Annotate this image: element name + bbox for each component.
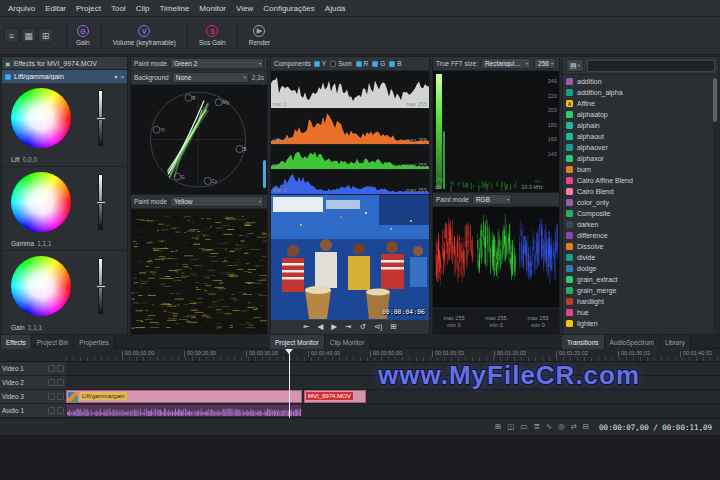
track-header-video-2[interactable]: Video 2: [0, 376, 66, 390]
composition-grain-extract[interactable]: grain_extract: [564, 274, 712, 285]
menu-configura-es[interactable]: Configurações: [258, 3, 320, 14]
clip-mvi-9974-mov[interactable]: MVI_9974.MOV: [304, 390, 366, 403]
loop-icon[interactable]: ↺: [359, 323, 365, 331]
menu-tool[interactable]: Tool: [106, 3, 131, 14]
frame-back-icon[interactable]: ◀: [318, 323, 324, 331]
track-lock-icon[interactable]: [48, 379, 55, 386]
lane-audio-1[interactable]: [66, 404, 720, 418]
parade-paint-mode-select[interactable]: RGB▾: [472, 194, 512, 205]
grid-icon[interactable]: ▦: [21, 28, 36, 43]
status-icon-7[interactable]: ⊟: [583, 423, 589, 431]
composition-hue[interactable]: hue: [564, 307, 712, 318]
search-input[interactable]: [587, 60, 715, 72]
composition-dodge[interactable]: dodge: [564, 263, 712, 274]
composition-darken[interactable]: darken: [564, 219, 712, 230]
composition-lighten[interactable]: lighten: [564, 318, 712, 329]
composition-dissolve[interactable]: Dissolve: [564, 241, 712, 252]
composition-difference[interactable]: difference: [564, 230, 712, 241]
track-hide-icon[interactable]: [57, 393, 64, 400]
checkbox-g[interactable]: [372, 61, 378, 67]
menu-clip[interactable]: Clip: [131, 3, 155, 14]
menu-project[interactable]: Project: [71, 3, 106, 14]
status-icon-5[interactable]: ◎: [558, 423, 565, 431]
track-header-video-1[interactable]: Video 1: [0, 362, 66, 376]
composition-filter-dropdown[interactable]: ▤▾: [566, 59, 584, 72]
tab-transitions[interactable]: Transitions: [562, 335, 605, 349]
component-toggle-b[interactable]: B: [389, 60, 401, 67]
scrollbar-thumb[interactable]: [713, 78, 717, 122]
track-lock-icon[interactable]: [48, 393, 55, 400]
vectorscope-background-select[interactable]: None▾: [172, 72, 249, 83]
menu-ajuda[interactable]: Ajuda: [320, 3, 350, 14]
checkbox-r[interactable]: [356, 61, 362, 67]
track-hide-icon[interactable]: [57, 407, 64, 414]
vectorscope-paint-mode-select[interactable]: Green 2▾: [170, 58, 264, 69]
fft-size-select[interactable]: 256▾: [534, 58, 556, 69]
color-wheel-gamma[interactable]: [11, 172, 71, 232]
waveform-paint-mode-select[interactable]: Yellow▾: [170, 196, 264, 207]
lane-video-3[interactable]: Lift/gamma/gainMVI_9974.MOV: [66, 390, 720, 404]
wheel-slider[interactable]: [98, 174, 103, 230]
tab-clip-monitor[interactable]: Clip Monitor: [325, 335, 371, 349]
color-wheel-gain[interactable]: [11, 256, 71, 316]
track-lock-icon[interactable]: [48, 365, 55, 372]
scrollbar-track[interactable]: [713, 76, 717, 333]
effect-enabled-checkbox[interactable]: [5, 74, 11, 80]
collapse-icon[interactable]: ▾: [114, 73, 117, 80]
component-toggle-sum[interactable]: Sum: [330, 60, 351, 67]
menu-view[interactable]: View: [231, 3, 258, 14]
component-toggle-y[interactable]: Y: [314, 60, 326, 67]
checkbox-sum[interactable]: [330, 61, 336, 67]
composition-composite[interactable]: Composite: [564, 208, 712, 219]
menu-editar[interactable]: Editar: [40, 3, 71, 14]
tab-audiospectrum[interactable]: AudioSpectrum: [605, 335, 660, 349]
skip-end-icon[interactable]: ⇥: [345, 323, 351, 331]
composition-grain-merge[interactable]: grain_merge: [564, 285, 712, 296]
composition-alphain[interactable]: alphain: [564, 120, 712, 131]
track-lock-icon[interactable]: [48, 407, 55, 414]
close-icon[interactable]: ×: [120, 74, 124, 80]
effect-row[interactable]: Lift/gamma/gain ▾ ×: [2, 70, 127, 83]
toolbar-volume-keyframable[interactable]: VVolume (keyframable): [107, 23, 182, 48]
composition-alphaout[interactable]: alphaout: [564, 131, 712, 142]
track-header-audio-1[interactable]: Audio 1: [0, 404, 66, 418]
slider-handle[interactable]: [96, 201, 106, 204]
status-icon-2[interactable]: ▭: [520, 423, 527, 431]
composition-alphaatop[interactable]: alphaatop: [564, 109, 712, 120]
wheel-slider[interactable]: [98, 258, 103, 314]
component-toggle-r[interactable]: R: [356, 60, 369, 67]
toolbar-sos-gain[interactable]: SSos Gain: [193, 23, 232, 48]
status-icon-3[interactable]: ≣: [533, 423, 539, 431]
composition-alphaover[interactable]: alphaover: [564, 142, 712, 153]
composition-divide[interactable]: divide: [564, 252, 712, 263]
toolbar-render[interactable]: ▶Render: [243, 23, 276, 48]
playhead-marker[interactable]: [285, 349, 293, 354]
composition-hardlight[interactable]: hardlight: [564, 296, 712, 307]
composition-color-only[interactable]: color_only: [564, 197, 712, 208]
color-wheel-lift[interactable]: [11, 88, 71, 148]
status-icon-1[interactable]: ◫: [507, 423, 514, 431]
composition-cairo-blend[interactable]: Cairo Blend: [564, 186, 712, 197]
menu-arquivo[interactable]: Arquivo: [3, 3, 40, 14]
composition-burn[interactable]: burn: [564, 164, 712, 175]
composition-cairo-affine-blend[interactable]: Cairo Affine Blend: [564, 175, 712, 186]
slider-handle[interactable]: [96, 117, 106, 120]
clip-lift-gamma-gain[interactable]: Lift/gamma/gain: [66, 390, 302, 403]
scrollbar-thumb[interactable]: [263, 160, 266, 188]
composition-addition-alpha[interactable]: addition_alpha: [564, 87, 712, 98]
tab-effects[interactable]: Effects: [1, 335, 32, 349]
slider-handle[interactable]: [96, 285, 106, 288]
menu-monitor[interactable]: Monitor: [194, 3, 231, 14]
wheel-slider[interactable]: [98, 90, 103, 146]
track-hide-icon[interactable]: [57, 365, 64, 372]
track-header-video-3[interactable]: Video 3: [0, 390, 66, 404]
toolbar-gain[interactable]: GGain: [70, 23, 96, 48]
composition-alphaxor[interactable]: alphaxor: [564, 153, 712, 164]
checkbox-b[interactable]: [389, 61, 395, 67]
tab-properties[interactable]: Properties: [74, 335, 115, 349]
add-icon[interactable]: ⊞: [38, 28, 53, 43]
audio-clip[interactable]: [66, 404, 302, 417]
status-icon-6[interactable]: ⇄: [571, 423, 577, 431]
composition-affine[interactable]: AAffine: [564, 98, 712, 109]
playhead[interactable]: [289, 351, 290, 418]
